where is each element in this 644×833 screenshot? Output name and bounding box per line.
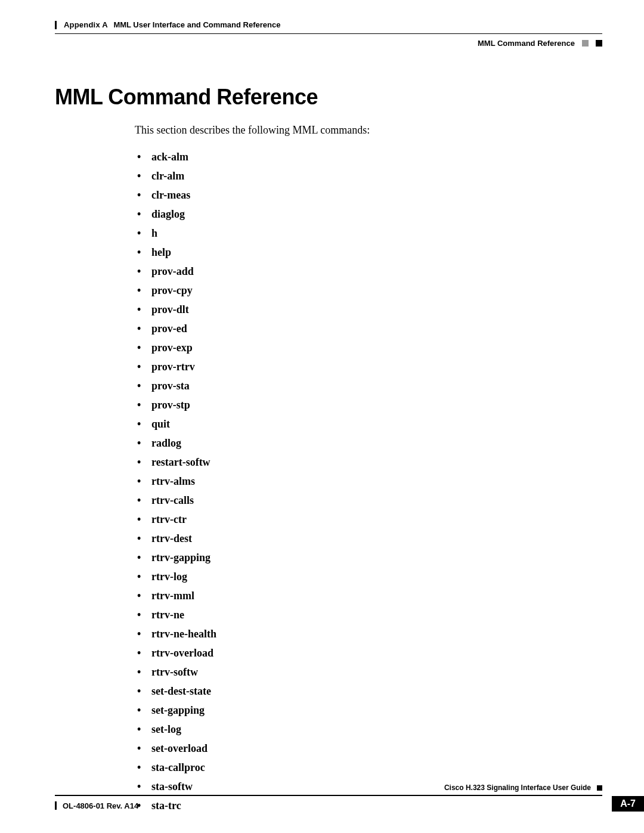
command-item: ack-alm: [135, 147, 602, 166]
command-item: prov-rtrv: [135, 357, 602, 376]
command-item: rtrv-log: [135, 567, 602, 586]
command-item: rtrv-ne: [135, 605, 602, 624]
command-item: rtrv-calls: [135, 491, 602, 510]
command-item: rtrv-mml: [135, 586, 602, 605]
command-item: prov-sta: [135, 376, 602, 395]
command-item: set-overload: [135, 739, 602, 758]
command-item: set-log: [135, 720, 602, 739]
footer-guide-line: Cisco H.323 Signaling Interface User Gui…: [55, 784, 644, 792]
page-title: MML Command Reference: [55, 85, 602, 110]
command-item: restart-softw: [135, 453, 602, 472]
command-item: rtrv-dest: [135, 529, 602, 548]
command-item: rtrv-alms: [135, 472, 602, 491]
command-item: clr-alm: [135, 166, 602, 185]
footer-bar: OL-4806-01 Rev. A14 A-7: [55, 796, 644, 812]
footer-revision-text: OL-4806-01 Rev. A14: [63, 801, 138, 810]
section-title: MML Command Reference: [478, 39, 575, 48]
running-head: Appendix A MML User Interface and Comman…: [55, 20, 602, 48]
header-tick-icon: [55, 21, 57, 29]
command-item: prov-ed: [135, 319, 602, 338]
page-number-badge: A-7: [612, 796, 644, 812]
command-item: prov-add: [135, 262, 602, 281]
command-item: prov-dlt: [135, 300, 602, 319]
footer-tick-icon: [55, 801, 57, 810]
page-footer: Cisco H.323 Signaling Interface User Gui…: [55, 784, 644, 812]
command-item: radlog: [135, 433, 602, 453]
footer-square-icon: [597, 785, 602, 791]
appendix-line: Appendix A MML User Interface and Comman…: [55, 20, 602, 30]
command-item: rtrv-ne-health: [135, 624, 602, 643]
appendix-title: MML User Interface and Command Reference: [113, 20, 280, 29]
command-item: set-dest-state: [135, 682, 602, 701]
command-item: prov-cpy: [135, 281, 602, 300]
appendix-label: Appendix A: [64, 20, 108, 29]
command-item: prov-stp: [135, 395, 602, 414]
footer-revision: OL-4806-01 Rev. A14: [55, 801, 138, 810]
command-item: rtrv-overload: [135, 643, 602, 662]
page: Appendix A MML User Interface and Comman…: [0, 0, 644, 833]
command-item: set-gapping: [135, 701, 602, 720]
section-square-grey-icon: [582, 40, 589, 47]
command-list: ack-almclr-almclr-measdiagloghhelpprov-a…: [135, 147, 602, 815]
command-item: quit: [135, 414, 602, 433]
command-item: clr-meas: [135, 185, 602, 205]
command-item: prov-exp: [135, 338, 602, 357]
command-item: rtrv-ctr: [135, 510, 602, 529]
command-item: rtrv-gapping: [135, 548, 602, 567]
command-item: help: [135, 243, 602, 262]
footer-guide-title: Cisco H.323 Signaling Interface User Gui…: [444, 784, 591, 792]
section-square-icon: [596, 40, 602, 47]
command-item: diaglog: [135, 205, 602, 224]
command-item: h: [135, 224, 602, 243]
intro-text: This section describes the following MML…: [135, 124, 602, 137]
section-line: MML Command Reference: [55, 39, 602, 48]
command-item: sta-callproc: [135, 758, 602, 777]
command-item: rtrv-softw: [135, 662, 602, 682]
header-rule: [55, 33, 602, 34]
